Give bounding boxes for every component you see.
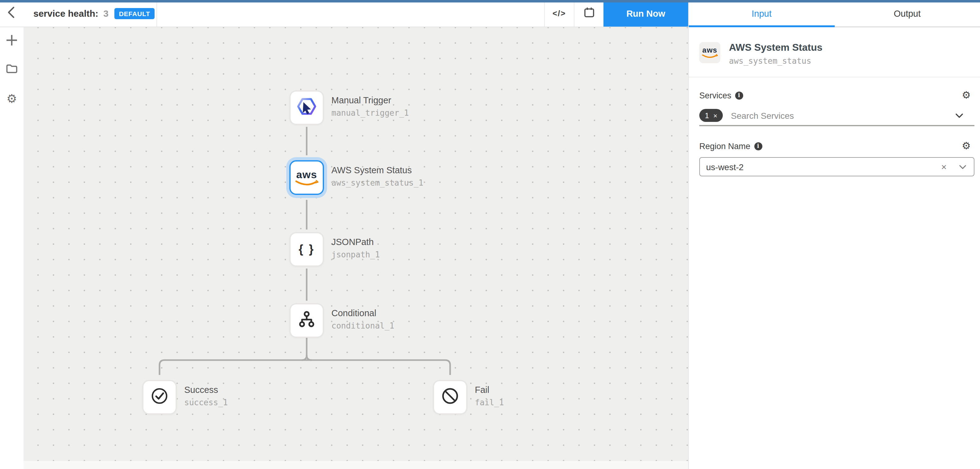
- inspector-panel: Input Output aws AWS System Status aws_s…: [688, 0, 980, 469]
- node-label-fail: Fail fail_1: [475, 385, 504, 407]
- code-icon: </>: [552, 9, 566, 18]
- node-manual-trigger: Manual Trigger manual_trigger_1: [290, 90, 324, 125]
- header: service health: 3 DEFAULT </> Run Now: [0, 0, 688, 27]
- node-fail: Fail fail_1: [433, 380, 468, 415]
- node-label-conditional: Conditional conditional_1: [331, 308, 395, 330]
- panel-node-header: aws AWS System Status aws_system_status: [689, 27, 980, 77]
- canvas-horizontal-scrollbar[interactable]: [24, 461, 688, 469]
- node-card-conditional[interactable]: [290, 303, 324, 338]
- region-label: Region Name: [699, 141, 750, 151]
- node-card-jsonpath[interactable]: { }: [290, 232, 324, 267]
- node-id: manual_trigger_1: [331, 109, 409, 118]
- node-label-success: Success success_1: [184, 385, 228, 407]
- tab-output[interactable]: Output: [834, 0, 980, 27]
- node-label-aws-system-status: AWS System Status aws_system_status_1: [331, 165, 423, 187]
- node-id: jsonpath_1: [331, 250, 380, 259]
- info-icon[interactable]: i: [735, 91, 743, 99]
- node-card-success[interactable]: [142, 380, 177, 415]
- folder-icon: [6, 62, 18, 77]
- node-title: Manual Trigger: [331, 95, 409, 106]
- node-id: success_1: [184, 399, 228, 407]
- panel-node-id: aws_system_status: [729, 56, 822, 65]
- chevron-down-icon[interactable]: [959, 164, 966, 169]
- aws-logo-icon: aws: [699, 42, 720, 63]
- chip-count: 1: [705, 111, 709, 120]
- run-now-button[interactable]: Run Now: [603, 0, 688, 27]
- top-accent-bar: [0, 0, 980, 3]
- node-id: fail_1: [475, 399, 504, 407]
- node-title: AWS System Status: [331, 165, 423, 176]
- field-settings-gear-icon[interactable]: ⚙: [962, 141, 971, 151]
- node-conditional: Conditional conditional_1: [290, 303, 324, 338]
- chip-remove-icon[interactable]: ×: [713, 112, 717, 119]
- region-select[interactable]: ×: [699, 157, 974, 176]
- node-success: Success success_1: [142, 380, 177, 415]
- back-chevron-icon: [6, 5, 18, 22]
- services-multiselect[interactable]: 1 × Search Services: [699, 106, 974, 126]
- panel-node-title: AWS System Status: [729, 42, 822, 53]
- node-label-jsonpath: JSONPath jsonpath_1: [331, 237, 380, 259]
- code-view-button[interactable]: </>: [544, 0, 574, 27]
- workflow-run-count: 3: [103, 8, 108, 19]
- calendar-icon: [583, 6, 595, 21]
- node-id: aws_system_status_1: [331, 179, 423, 187]
- services-field-section: Services i ⚙ 1 × Search Services: [689, 77, 980, 126]
- chevron-down-icon[interactable]: [955, 113, 963, 118]
- aws-logo-text: aws: [702, 46, 717, 54]
- field-settings-gear-icon[interactable]: ⚙: [962, 90, 971, 100]
- branch-icon: [296, 309, 317, 332]
- header-spacer: [157, 0, 544, 27]
- services-placeholder: Search Services: [731, 110, 794, 120]
- tab-input[interactable]: Input: [689, 0, 834, 27]
- panel-tabs: Input Output: [689, 0, 980, 27]
- services-label: Services: [699, 91, 732, 100]
- aws-logo-text: aws: [296, 169, 317, 180]
- workflow-canvas[interactable]: Manual Trigger manual_trigger_1 aws AWS …: [24, 27, 688, 469]
- app-root: service health: 3 DEFAULT </> Run Now: [0, 0, 980, 469]
- info-icon[interactable]: i: [754, 142, 762, 150]
- node-card-aws-system-status[interactable]: aws: [290, 160, 324, 195]
- plus-icon: [6, 34, 18, 49]
- back-button[interactable]: [0, 0, 24, 27]
- node-card-fail[interactable]: [433, 380, 468, 415]
- files-button[interactable]: [5, 63, 19, 77]
- node-aws-system-status: aws AWS System Status aws_system_status_…: [290, 160, 324, 195]
- left-toolbar: ⚙: [0, 27, 24, 469]
- check-circle-icon: [150, 386, 169, 408]
- node-card-manual-trigger[interactable]: [290, 90, 324, 125]
- default-badge: DEFAULT: [115, 8, 154, 19]
- node-label-manual-trigger: Manual Trigger manual_trigger_1: [331, 95, 409, 118]
- node-title: Fail: [475, 385, 504, 396]
- aws-logo-icon: aws: [295, 169, 318, 186]
- workflow-title: service health:: [33, 8, 98, 19]
- node-id: conditional_1: [331, 322, 395, 330]
- settings-button[interactable]: ⚙: [5, 92, 19, 105]
- gear-icon: ⚙: [6, 93, 17, 104]
- node-title: JSONPath: [331, 237, 380, 247]
- manual-trigger-icon: [296, 95, 318, 120]
- region-field-section: Region Name i ⚙ ×: [689, 126, 980, 176]
- clear-icon[interactable]: ×: [941, 162, 947, 171]
- node-title: Conditional: [331, 308, 395, 319]
- curly-braces-icon: { }: [299, 242, 315, 256]
- node-jsonpath: { } JSONPath jsonpath_1: [290, 232, 324, 267]
- region-input[interactable]: [706, 162, 941, 172]
- node-title: Success: [184, 385, 228, 396]
- prohibited-icon: [440, 386, 460, 408]
- add-node-button[interactable]: [5, 35, 19, 48]
- selected-count-chip[interactable]: 1 ×: [699, 109, 723, 122]
- workflow-title-area: service health: 3 DEFAULT: [24, 0, 157, 27]
- schedule-button[interactable]: [574, 0, 603, 27]
